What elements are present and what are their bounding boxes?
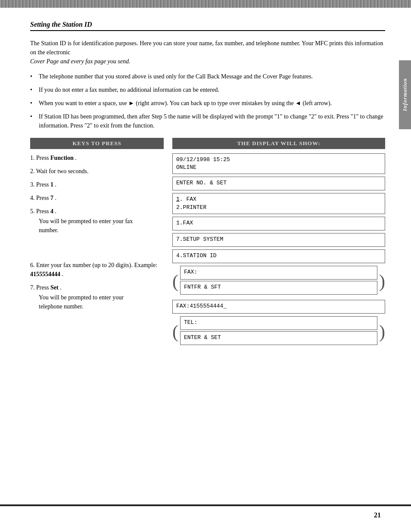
step-1: 1. Press Function .	[30, 153, 164, 162]
step-6-num: 6.	[30, 262, 36, 268]
content-area: Setting the Station ID The Station ID is…	[0, 8, 411, 367]
step-1-num: 1.	[30, 155, 36, 161]
display-box-10: TEL:	[180, 316, 377, 330]
display-box-9: FAX:4155554444_	[172, 300, 385, 314]
step-5-sub: You will be prompted to enter your faxnu…	[30, 217, 164, 235]
display-column: THE DISPLAY WILL SHOW: 09/12/1998 15:25 …	[172, 138, 385, 350]
display-box-6: 4.STATION ID	[172, 249, 385, 263]
display-box-1: 09/12/1998 15:25 ONLINE	[172, 153, 385, 174]
step-2-num: 2.	[30, 168, 36, 174]
step-7: 7. Press Set . You will be prompted to e…	[30, 283, 164, 311]
bracket-inner-fax: FAX: FNTFR & SFT	[180, 266, 377, 297]
display-box-3: 1. FAX 2.PRINTER	[172, 193, 385, 214]
step-4-suffix: .	[55, 195, 57, 201]
intro-paragraph: The Station ID is for identification pur…	[30, 39, 385, 66]
display-box-11: ENTER & SET	[180, 331, 377, 345]
keys-column-header: KEYS TO PRESS	[30, 138, 164, 149]
section-title: Setting the Station ID	[30, 21, 385, 31]
keys-to-press-column: KEYS TO PRESS 1. Press Function . 2. Wai…	[30, 138, 164, 350]
step-1-suffix: .	[75, 155, 77, 161]
display-box-2: ENTER NO. & SET	[172, 177, 385, 190]
bullet-list: The telephone number that you stored abo…	[30, 72, 385, 130]
intro-italic-line: Cover Page and every fax page you send.	[30, 58, 130, 65]
step-6-example: 4155554444	[30, 271, 60, 277]
step-4-key: 7	[50, 195, 53, 201]
step-3-text: Press	[36, 181, 50, 188]
display-box-7: FAX:	[180, 266, 377, 280]
step-5-suffix: .	[55, 208, 57, 215]
step-4-num: 4.	[30, 195, 36, 201]
left-bracket: (	[172, 266, 180, 297]
step-3: 3. Press 1 .	[30, 180, 164, 189]
step-5-text: Press	[36, 208, 50, 215]
step-5-key: 4	[50, 208, 53, 215]
display-box-4: 1.FAX	[172, 217, 385, 230]
side-tab-information: Information	[399, 60, 411, 129]
steps-list: 1. Press Function . 2. Wait for two seco…	[30, 153, 164, 311]
step-4-text: Press	[36, 195, 50, 201]
step-2-text: Wait for two seconds.	[36, 168, 89, 174]
step-4: 4. Press 7 .	[30, 193, 164, 202]
top-decorative-bar	[0, 0, 411, 8]
step-6-suffix: .	[62, 271, 64, 277]
bullet-item-3: When you want to enter a space, use ► (r…	[30, 99, 385, 108]
step-7-num: 7.	[30, 284, 36, 291]
step-3-num: 3.	[30, 181, 36, 188]
step-6-text: Enter your fax number (up to 20 digits).…	[36, 262, 157, 268]
bullet-item-1: The telephone number that you stored abo…	[30, 72, 385, 81]
bullet-item-2: If you do not enter a fax number, no add…	[30, 85, 385, 94]
bracket-group-tel: ( TEL: ENTER & SET )	[172, 316, 385, 348]
bracket-group-fax: ( FAX: FNTFR & SFT )	[172, 266, 385, 297]
step-1-key: Function	[50, 155, 74, 161]
left-bracket-tel: (	[172, 316, 180, 348]
two-column-layout: KEYS TO PRESS 1. Press Function . 2. Wai…	[30, 138, 385, 350]
page-wrapper: Information Setting the Station ID The S…	[0, 0, 411, 532]
step-5-num: 5.	[30, 208, 36, 215]
step-1-text: Press	[36, 155, 50, 161]
step-3-suffix: .	[55, 181, 57, 188]
step-3-key: 1	[50, 181, 53, 188]
step-2: 2. Wait for two seconds.	[30, 167, 164, 176]
step-6: 6. Enter your fax number (up to 20 digit…	[30, 261, 164, 279]
intro-text-main: The Station ID is for identification pur…	[30, 40, 383, 56]
display-column-header: THE DISPLAY WILL SHOW:	[172, 138, 385, 149]
step-7-key: Set	[50, 284, 59, 291]
page-number: 21	[374, 511, 381, 519]
bottom-bar	[0, 504, 411, 506]
step-7-suffix: .	[60, 284, 62, 291]
display-box-5: 7.SETUP SYSTEM	[172, 233, 385, 247]
step-5: 5. Press 4 . You will be prompted to ent…	[30, 207, 164, 235]
right-bracket-tel: )	[377, 316, 385, 348]
step-7-text: Press	[36, 284, 50, 291]
step-7-sub: You will be prompted to enter yourteleph…	[30, 293, 164, 311]
right-bracket: )	[377, 266, 385, 297]
bullet-item-4: If Station ID has been programmed, then …	[30, 112, 385, 130]
bracket-inner-tel: TEL: ENTER & SET	[180, 316, 377, 348]
display-box-8: FNTFR & SFT	[180, 281, 377, 295]
